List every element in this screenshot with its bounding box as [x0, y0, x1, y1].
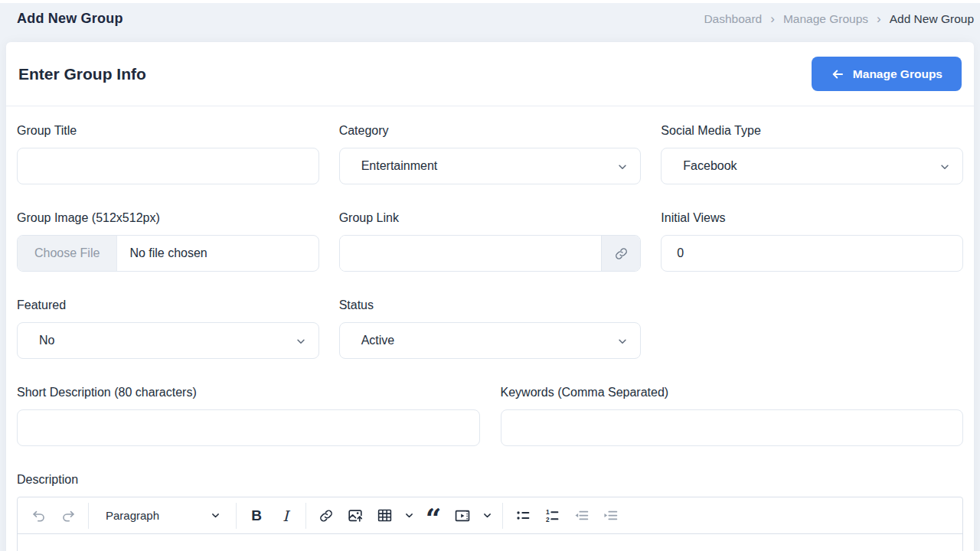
editor-content-area[interactable] [18, 534, 962, 551]
chevron-down-icon [211, 510, 220, 520]
numbered-list-button[interactable]: 12 [538, 502, 566, 530]
insert-image-button[interactable] [341, 502, 369, 530]
featured-select-value: No [39, 334, 54, 347]
group-image-field: Group Image (512x512px) Choose File No f… [17, 210, 319, 272]
keywords-label: Keywords (Comma Separated) [501, 385, 964, 399]
group-link-input-group [339, 235, 642, 272]
chevron-down-icon [404, 510, 414, 520]
page-title: Add New Group [17, 11, 123, 27]
link-icon [614, 246, 629, 261]
description-field: Description Paragraph [17, 472, 963, 551]
featured-select[interactable]: No [17, 322, 319, 359]
outdent-button[interactable] [567, 502, 595, 530]
paragraph-dropdown[interactable]: Paragraph [95, 502, 230, 530]
outdent-icon [573, 507, 590, 523]
category-select-value: Entertainment [361, 159, 438, 173]
group-title-label: Group Title [17, 123, 319, 138]
category-select[interactable]: Entertainment [339, 148, 642, 184]
table-icon [377, 507, 393, 523]
toolbar-separator [236, 503, 237, 529]
blockquote-icon: “ [426, 508, 442, 523]
italic-button[interactable]: I [272, 502, 299, 530]
italic-icon: I [283, 507, 289, 524]
status-select-value: Active [361, 334, 395, 347]
breadcrumb-manage-groups[interactable]: Manage Groups [783, 12, 868, 26]
svg-text:2: 2 [545, 516, 549, 523]
category-label: Category [339, 123, 642, 138]
file-status-text: No file chosen [117, 236, 219, 271]
category-field: Category Entertainment [339, 123, 642, 184]
empty-cell [661, 298, 963, 359]
bulleted-list-icon [515, 507, 531, 523]
group-link-label: Group Link [339, 210, 642, 225]
indent-button[interactable] [596, 502, 624, 530]
chevron-down-icon [296, 336, 306, 347]
featured-label: Featured [17, 298, 319, 312]
toolbar-separator [88, 503, 89, 529]
chevron-down-icon [617, 161, 628, 172]
status-select[interactable]: Active [339, 322, 642, 359]
social-media-type-field: Social Media Type Facebook [661, 123, 963, 184]
arrow-left-icon [831, 67, 844, 81]
media-embed-icon [454, 507, 471, 524]
group-link-addon [601, 236, 640, 271]
keywords-field: Keywords (Comma Separated) [501, 385, 964, 446]
insert-table-button[interactable] [371, 502, 398, 530]
social-media-type-select-value: Facebook [683, 159, 737, 173]
toolbar-separator [502, 503, 503, 529]
keywords-input[interactable] [501, 409, 964, 446]
breadcrumb-current: Add New Group [890, 12, 974, 26]
insert-media-button[interactable] [449, 502, 476, 530]
redo-button[interactable] [54, 502, 82, 530]
group-image-file-input[interactable]: Choose File No file chosen [17, 235, 319, 272]
initial-views-input[interactable] [661, 235, 963, 272]
group-title-field: Group Title [17, 123, 319, 184]
featured-field: Featured No [17, 298, 319, 359]
manage-groups-button-label: Manage Groups [853, 67, 942, 81]
breadcrumb: Dashboard › Manage Groups › Add New Grou… [704, 12, 974, 26]
manage-groups-button[interactable]: Manage Groups [812, 57, 962, 91]
editor-toolbar: Paragraph B I [18, 497, 962, 534]
short-description-input[interactable] [17, 409, 480, 446]
breadcrumb-separator: › [877, 12, 881, 25]
form-row-4: Short Description (80 characters) Keywor… [17, 385, 963, 446]
group-title-input[interactable] [17, 148, 319, 184]
numbered-list-icon: 12 [544, 507, 560, 523]
form-row-2: Group Image (512x512px) Choose File No f… [17, 210, 963, 272]
bold-icon: B [251, 507, 262, 524]
link-icon [318, 508, 334, 523]
group-link-field: Group Link [339, 210, 642, 272]
initial-views-label: Initial Views [661, 210, 963, 225]
form-row-3: Featured No Status Active [17, 298, 963, 359]
choose-file-button[interactable]: Choose File [18, 236, 117, 271]
short-description-field: Short Description (80 characters) [17, 385, 480, 446]
redo-icon [60, 508, 76, 523]
table-dropdown-chevron[interactable] [400, 502, 418, 530]
form-row-1: Group Title Category Entertainment Socia… [17, 123, 963, 184]
group-info-card: Enter Group Info Manage Groups Group Tit… [6, 42, 974, 551]
card-header: Enter Group Info Manage Groups [6, 42, 974, 106]
indent-icon [603, 507, 619, 523]
image-upload-icon [347, 507, 364, 524]
social-media-type-label: Social Media Type [661, 123, 963, 138]
breadcrumb-dashboard[interactable]: Dashboard [704, 12, 762, 26]
group-link-input[interactable] [340, 236, 602, 271]
insert-link-button[interactable] [312, 502, 340, 530]
initial-views-field: Initial Views [661, 210, 963, 272]
undo-button[interactable] [25, 502, 53, 530]
card-body: Group Title Category Entertainment Socia… [6, 106, 974, 551]
short-description-label: Short Description (80 characters) [17, 385, 480, 399]
rich-text-editor: Paragraph B I [17, 497, 963, 551]
bulleted-list-button[interactable] [509, 502, 537, 530]
media-dropdown-chevron[interactable] [478, 502, 496, 530]
chevron-down-icon [939, 161, 950, 172]
status-label: Status [339, 298, 642, 312]
group-image-label: Group Image (512x512px) [17, 210, 319, 225]
social-media-type-select[interactable]: Facebook [661, 148, 963, 184]
undo-icon [31, 508, 47, 523]
breadcrumb-separator: › [770, 12, 775, 25]
chevron-down-icon [482, 510, 492, 520]
toolbar-separator [305, 503, 306, 529]
blockquote-button[interactable]: “ [420, 502, 447, 530]
bold-button[interactable]: B [243, 502, 270, 530]
